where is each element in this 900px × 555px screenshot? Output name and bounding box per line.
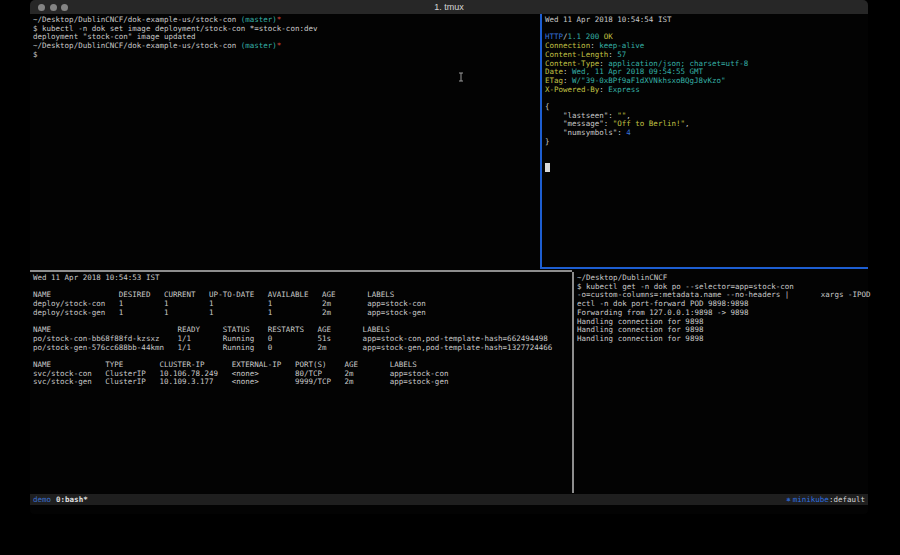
- window-title: 1. tmux: [434, 2, 464, 12]
- text-segment: 1.1 200: [568, 32, 600, 41]
- pane-bottom-left[interactable]: Wed 11 Apr 2018 10:54:53 ISTNAME DESIRED…: [30, 272, 573, 494]
- traffic-lights: [38, 4, 68, 11]
- text-segment: HTTP: [545, 32, 563, 41]
- pane-top-left[interactable]: ~/Desktop/DublinCNCF/dok-example-us/stoc…: [30, 14, 541, 268]
- helm-wheel-icon: ⎈: [786, 494, 791, 505]
- terminal-line: [545, 147, 871, 156]
- text-segment: Wed, 11 Apr 2018 09:54:55 GMT: [572, 67, 703, 76]
- desktop: { "window": { "title": "1. tmux", "traff…: [0, 0, 900, 555]
- text-segment: OK: [604, 32, 613, 41]
- terminal-line: [545, 155, 871, 164]
- text-segment: svc/stock-gen ClusterIP 10.109.3.177 <no…: [33, 377, 448, 386]
- pane-border-vertical-top-active[interactable]: [540, 14, 542, 268]
- pane-bottom-right[interactable]: ~/Desktop/DublinCNCF$ kubectl get -n dok…: [574, 272, 871, 494]
- text-segment: 4: [626, 128, 631, 137]
- text-segment: NAME READY STATUS RESTARTS AGE LABELS: [33, 325, 390, 334]
- text-segment: Wed 11 Apr 2018 10:54:54 IST: [545, 15, 671, 24]
- text-segment: Date: [545, 67, 563, 76]
- mouse-ibeam-cursor: [458, 72, 464, 82]
- zoom-button[interactable]: [61, 4, 68, 11]
- kube-namespace: :default: [829, 494, 865, 505]
- text-segment: Handling connection for 9898: [577, 317, 703, 326]
- pane-top-right[interactable]: Wed 11 Apr 2018 10:54:54 ISTHTTP/1.1 200…: [542, 14, 871, 268]
- session-name: demo: [33, 494, 51, 505]
- text-segment: :: [563, 76, 572, 85]
- status-right: ⎈ minikube :default: [786, 494, 865, 505]
- text-segment: deploy/stock-gen 1 1 1 1 2m app=stock-ge…: [33, 308, 426, 317]
- text-segment: :: [590, 41, 599, 50]
- text-segment: Content-Length: [545, 50, 608, 59]
- text-segment: Content-Type: [545, 59, 599, 68]
- text-segment: *: [277, 15, 282, 24]
- pane-border-horizontal-right-active[interactable]: [540, 267, 868, 269]
- text-segment: {: [545, 102, 550, 111]
- block-cursor: [545, 163, 550, 172]
- text-segment: (master): [241, 41, 277, 50]
- text-segment: ectl -n dok port-forward POD 9898:9898: [577, 299, 749, 308]
- terminal-line: }: [545, 138, 871, 147]
- text-segment: Handling connection for 9898: [577, 325, 703, 334]
- text-segment: ETag: [545, 76, 563, 85]
- terminal-line: [545, 94, 871, 103]
- text-segment: $ kubectl get -n dok po --selector=app=s…: [577, 282, 794, 291]
- terminal-line: X-Powered-By: Express: [545, 86, 871, 95]
- text-segment: Wed 11 Apr 2018 10:54:53 IST: [33, 273, 159, 282]
- text-segment: ~/Desktop/DublinCNCF/dok-example-us/stoc…: [33, 15, 241, 24]
- pane-border-horizontal-left[interactable]: [30, 270, 572, 272]
- text-segment: "": [617, 111, 626, 120]
- text-segment: ,: [626, 111, 631, 120]
- kube-context: minikube: [793, 494, 829, 505]
- text-segment: :: [563, 67, 572, 76]
- text-segment: NAME DESIRED CURRENT UP-TO-DATE AVAILABL…: [33, 290, 394, 299]
- text-segment: Handling connection for 9898: [577, 334, 703, 343]
- text-segment: deploy/stock-con 1 1 1 1 2m app=stock-co…: [33, 299, 426, 308]
- text-segment: "lastseen":: [545, 111, 617, 120]
- text-segment: Express: [608, 85, 640, 94]
- text-segment: }: [545, 137, 550, 146]
- text-segment: $ kubectl -n dok set image deployment/st…: [33, 24, 317, 33]
- text-segment: 57: [617, 50, 626, 59]
- text-segment: NAME TYPE CLUSTER-IP EXTERNAL-IP PORT(S)…: [33, 360, 417, 369]
- text-segment: svc/stock-con ClusterIP 10.106.78.249 <n…: [33, 369, 448, 378]
- status-left: demo 0:bash*: [33, 494, 88, 505]
- text-segment: W/"39-0xBPf9aF1dXVNkhsxoBQgJ8vKzo": [572, 76, 726, 85]
- terminal-line: ~/Desktop/DublinCNCF/dok-example-us/stoc…: [33, 42, 541, 51]
- text-segment: -o=custom-columns=:metadata.name --no-he…: [577, 290, 871, 299]
- text-segment: deployment "stock-con" image updated: [33, 32, 196, 41]
- text-segment: "message":: [545, 119, 613, 128]
- text-segment: :: [608, 50, 617, 59]
- text-segment: X-Powered-By: [545, 85, 599, 94]
- text-segment: po/stock-gen-576cc688bb-44kmn 1/1 Runnin…: [33, 343, 552, 352]
- window-titlebar[interactable]: 1. tmux: [30, 0, 868, 14]
- pane-border-vertical-bottom[interactable]: [572, 272, 574, 493]
- terminal-line: Handling connection for 9898: [577, 335, 871, 344]
- text-segment: :: [599, 59, 608, 68]
- text-segment: $: [33, 50, 38, 59]
- text-segment: ~/Desktop/DublinCNCF: [577, 273, 667, 282]
- terminal-line: deploy/stock-gen 1 1 1 1 2m app=stock-ge…: [33, 309, 573, 318]
- terminal-line: "numsymbols": 4: [545, 129, 871, 138]
- terminal-window: 1. tmux ~/Desktop/DublinCNCF/dok-example…: [30, 0, 868, 514]
- text-segment: Forwarding from 127.0.0.1:9898 -> 9898: [577, 308, 749, 317]
- terminal-line: [545, 164, 871, 173]
- text-segment: keep-alive: [599, 41, 644, 50]
- terminal-line: Wed 11 Apr 2018 10:54:53 IST: [33, 274, 573, 283]
- text-segment: *: [277, 41, 282, 50]
- tmux-status-bar: demo 0:bash* ⎈ minikube :default: [30, 494, 868, 505]
- text-segment: ,: [685, 119, 690, 128]
- terminal-line: Wed 11 Apr 2018 10:54:54 IST: [545, 16, 871, 25]
- text-segment: "Off to Berlin!": [613, 119, 685, 128]
- terminal-line: $: [33, 51, 541, 60]
- text-segment: "numsymbols":: [545, 128, 626, 137]
- terminal-line: po/stock-gen-576cc688bb-44kmn 1/1 Runnin…: [33, 344, 573, 353]
- text-segment: ~/Desktop/DublinCNCF/dok-example-us/stoc…: [33, 41, 241, 50]
- text-segment: po/stock-con-bb68f88fd-kzsxz 1/1 Running…: [33, 334, 548, 343]
- terminal-line: svc/stock-gen ClusterIP 10.109.3.177 <no…: [33, 378, 573, 387]
- text-segment: Connection: [545, 41, 590, 50]
- text-segment: :: [599, 85, 608, 94]
- minimize-button[interactable]: [50, 4, 57, 11]
- text-segment: (master): [241, 15, 277, 24]
- close-button[interactable]: [38, 4, 45, 11]
- text-segment: application/json; charset=utf-8: [608, 59, 748, 68]
- window-tab-bash[interactable]: 0:bash*: [56, 494, 88, 505]
